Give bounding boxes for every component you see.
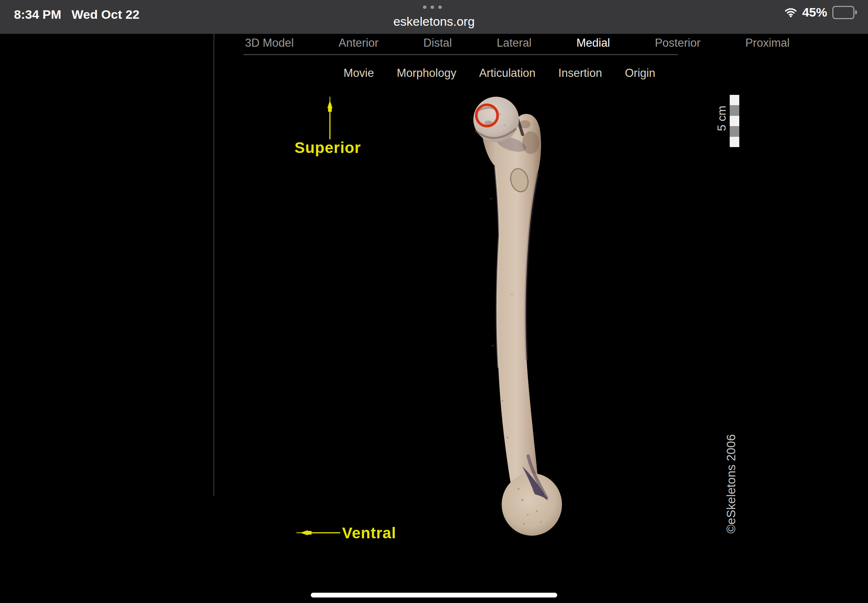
tab-anterior[interactable]: Anterior (339, 36, 379, 49)
tab-proximal[interactable]: Proximal (745, 36, 790, 49)
battery-icon (832, 6, 857, 19)
view-nav: 3D ModelAnteriorDistalLateralMedialPoste… (223, 35, 812, 51)
wifi-icon (784, 7, 797, 17)
tab-lateral[interactable]: Lateral (497, 36, 531, 49)
view-nav-underline (243, 54, 678, 55)
browser-menu-dots-icon[interactable]: ••• (0, 2, 868, 12)
superior-arrow-icon (324, 96, 336, 142)
tab-medial[interactable]: Medial (576, 36, 610, 49)
superior-label: Superior (293, 139, 363, 157)
section-nav: MovieMorphologyArticulationInsertionOrig… (343, 66, 655, 80)
tab-distal[interactable]: Distal (423, 36, 452, 49)
frame-divider (214, 34, 214, 496)
screen: 8:34 PM Wed Oct 22 ••• eskeletons.org 45… (0, 0, 868, 603)
ventral-arrow-icon (296, 527, 341, 538)
copyright-text: ©eSkeletons 2006 (724, 429, 738, 539)
tab-articulation[interactable]: Articulation (479, 66, 535, 80)
tab-3d-model[interactable]: 3D Model (245, 36, 294, 49)
address-bar[interactable]: eskeletons.org (0, 15, 868, 28)
tab-movie[interactable]: Movie (343, 66, 374, 80)
femur-medial-image[interactable] (456, 88, 574, 544)
status-right: 45% (784, 5, 857, 20)
battery-percentage: 45% (802, 5, 827, 20)
tab-origin[interactable]: Origin (625, 66, 655, 80)
status-bar: 8:34 PM Wed Oct 22 ••• eskeletons.org 45… (0, 0, 868, 34)
scale-bar-label: 5 cm (715, 92, 728, 144)
ventral-label: Ventral (342, 524, 401, 542)
scale-bar (730, 95, 739, 147)
tab-morphology[interactable]: Morphology (397, 66, 456, 80)
tab-insertion[interactable]: Insertion (558, 66, 602, 80)
femur-shaft (480, 114, 541, 490)
tab-posterior[interactable]: Posterior (654, 36, 700, 49)
home-indicator[interactable] (311, 593, 557, 597)
